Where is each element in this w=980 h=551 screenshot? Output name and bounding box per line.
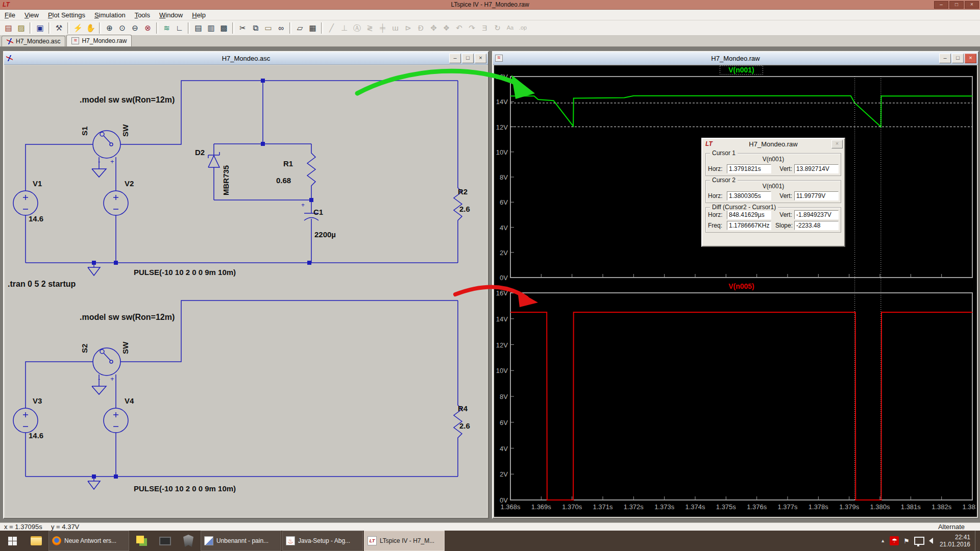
close-icon[interactable]: ×: [965, 54, 976, 63]
schematic-canvas[interactable]: .model sw sw(Ron=12m)S1SW-+V114.6V2D2MBR…: [5, 65, 487, 517]
tab-waveform[interactable]: ≈ H7_Mondeo.raw: [66, 35, 132, 46]
show-desktop-button[interactable]: [975, 531, 978, 551]
cursor-readout-dialog[interactable]: LT H7_Mondeo.raw × Cursor 1 V(n001) Horz…: [701, 138, 845, 247]
menu-tools[interactable]: Tools: [130, 10, 155, 20]
schematic-label: V1: [33, 180, 42, 188]
task-label: Neue Antwort ers...: [64, 537, 116, 544]
restore-icon[interactable]: □: [462, 54, 474, 63]
cascade-windows-icon[interactable]: ▩: [217, 22, 230, 34]
schematic-label: D2: [195, 148, 205, 157]
schematic-window-titlebar[interactable]: H7_Mondeo.asc – □ ×: [4, 52, 488, 65]
schematic-label: SW: [121, 124, 130, 137]
tile-vertical-icon[interactable]: ▥: [205, 22, 217, 34]
waveform-canvas[interactable]: 16V14V12V10V8V6V4V2V0V16V14V12V10V8V6V4V…: [494, 65, 977, 517]
axis-setup-icon[interactable]: ∟: [173, 22, 186, 34]
trace-label-vn001[interactable]: V(n001): [728, 66, 754, 74]
maximize-icon[interactable]: □: [949, 1, 964, 9]
menu-help[interactable]: Help: [187, 10, 210, 20]
cut-icon[interactable]: ✂: [236, 22, 249, 34]
schematic-label: +: [110, 158, 114, 165]
trace-V(n001)[interactable]: [510, 96, 972, 127]
cursor1-horz-field[interactable]: 1.3791821s: [727, 164, 771, 173]
taskbar-clock[interactable]: 22:41 21.01.2016: [940, 534, 970, 548]
plot-frame: [510, 293, 972, 500]
notes-icon[interactable]: [130, 531, 153, 551]
control-panel-icon[interactable]: ⚒: [53, 22, 65, 34]
x-tick-label: 1.370s: [562, 503, 582, 511]
cursor1-legend: Cursor 1: [710, 149, 738, 157]
volume-icon[interactable]: [929, 538, 933, 544]
print-icon[interactable]: ▦: [306, 22, 319, 34]
minimize-icon[interactable]: –: [934, 1, 948, 9]
avira-icon[interactable]: ☂: [890, 536, 899, 545]
menu-plot-settings[interactable]: Plot Settings: [43, 10, 90, 20]
wot-icon[interactable]: [177, 531, 200, 551]
restore-icon[interactable]: □: [952, 54, 964, 63]
menu-view[interactable]: View: [20, 10, 43, 20]
status-y-coordinate: y = 4.37V: [51, 523, 79, 531]
menu-window[interactable]: Window: [155, 10, 187, 20]
cursor2-horz-field[interactable]: 1.3800305s: [727, 191, 771, 201]
cursor2-vert-field[interactable]: 11.99779V: [794, 191, 839, 201]
toolbar-separator: [289, 22, 291, 34]
chip-icon[interactable]: [153, 531, 177, 551]
diff-horz-field[interactable]: 848.41629µs: [727, 210, 771, 219]
app-titlebar: LT LTspice IV - H7_Mondeo.raw – □ ×: [0, 0, 980, 10]
zoom-full-extents-icon[interactable]: ⊗: [141, 22, 154, 34]
task-label: LTspice IV - H7_M...: [380, 537, 434, 544]
menu-file[interactable]: File: [0, 10, 20, 20]
taskbar-task-ltspice[interactable]: LTLTspice IV - H7_M...: [364, 531, 445, 551]
diff-slope-field[interactable]: -2233.48: [794, 221, 839, 230]
trace-label-vn005[interactable]: V(n005): [728, 282, 754, 290]
tile-horizontal-icon[interactable]: ▤: [192, 22, 205, 34]
close-icon[interactable]: ×: [475, 54, 486, 63]
waveform-window-titlebar[interactable]: ≈ H7_Mondeo.raw – □ ×: [493, 52, 978, 65]
print-preview-icon[interactable]: ▱: [293, 22, 306, 34]
minimize-icon[interactable]: –: [449, 54, 461, 63]
start-button[interactable]: [0, 531, 24, 551]
autorange-icon[interactable]: ≋: [160, 22, 173, 34]
diff-vert-field[interactable]: -1.8949237V: [794, 210, 839, 219]
paste-icon[interactable]: ▭: [262, 22, 275, 34]
menu-simulation[interactable]: Simulation: [90, 10, 130, 20]
find-icon[interactable]: ∞: [275, 22, 287, 34]
cursor1-vert-field[interactable]: 13.892714V: [794, 164, 839, 173]
tabbar: H7_Mondeo.asc ≈ H7_Mondeo.raw: [0, 36, 980, 47]
trace-V(n005)[interactable]: [510, 312, 972, 500]
y-tick-label: 6V: [500, 198, 508, 206]
schematic-label: +: [110, 375, 114, 383]
flag-icon[interactable]: ⚑: [903, 537, 910, 545]
tray-expand-icon[interactable]: ▲: [880, 538, 885, 543]
vert-label: Vert:: [775, 192, 792, 199]
y-tick-label: 10V: [496, 367, 508, 374]
taskbar-task-paint[interactable]: Unbenannt - pain...: [201, 531, 281, 551]
close-icon[interactable]: ×: [965, 1, 979, 9]
zoom-out-icon[interactable]: ⊖: [129, 22, 141, 34]
wire-junctions: [92, 79, 313, 479]
ground-icon: ⊥: [338, 22, 351, 34]
minimize-icon[interactable]: –: [939, 54, 951, 63]
open-icon[interactable]: ▨: [15, 22, 28, 34]
x-tick-label: 1.375s: [716, 503, 737, 511]
statusbar: x = 1.37095s y = 4.37V Alternate: [0, 522, 980, 531]
copy-icon[interactable]: ⧉: [249, 22, 262, 34]
toolbar-separator: [30, 22, 32, 34]
network-icon[interactable]: [914, 537, 924, 545]
new-schematic-icon[interactable]: ▤: [2, 22, 15, 34]
x-tick-label: 1.368s: [500, 503, 521, 511]
diff-freq-field[interactable]: 1.1786667KHz: [727, 221, 771, 230]
taskbar-task-firefox[interactable]: Neue Antwort ers...: [48, 531, 129, 551]
explorer-icon[interactable]: [24, 531, 48, 551]
tab-schematic[interactable]: H7_Mondeo.asc: [2, 36, 65, 46]
x-tick-label: 1.376s: [747, 503, 767, 511]
save-icon[interactable]: ▣: [34, 22, 46, 34]
freq-label: Freq:: [708, 222, 725, 229]
cursor-dialog-titlebar[interactable]: LT H7_Mondeo.raw ×: [702, 139, 844, 149]
x-tick-label: 1.383s: [962, 503, 976, 511]
zoom-in-icon[interactable]: ⊕: [103, 22, 116, 34]
zoom-area-icon[interactable]: ⊙: [116, 22, 129, 34]
taskbar-task-java[interactable]: ♨Java-Setup - Abg...: [282, 531, 363, 551]
schematic-label: 2.6: [459, 422, 470, 430]
run-icon[interactable]: ⚡: [71, 22, 84, 34]
close-icon[interactable]: ×: [831, 140, 843, 148]
